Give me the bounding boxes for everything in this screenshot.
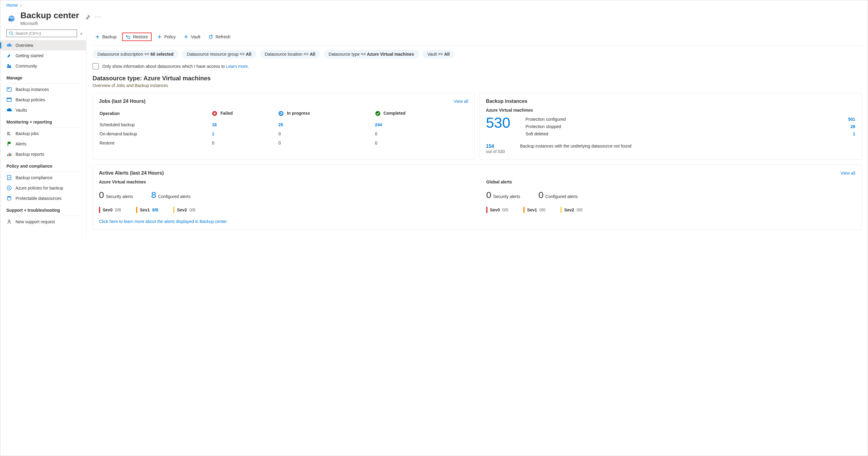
filter-vault[interactable]: Vault == All xyxy=(423,50,455,58)
col-operation: Operation xyxy=(99,108,211,120)
restore-undo-icon xyxy=(126,34,131,39)
col-inprogress: In progress xyxy=(278,108,374,120)
jobs-value-link[interactable]: 18 xyxy=(212,122,217,127)
security-alerts-count: 0Security alerts xyxy=(99,190,133,200)
policy-button[interactable]: Policy xyxy=(155,33,178,41)
jobs-value-link[interactable]: 1 xyxy=(212,131,214,136)
people-icon xyxy=(6,63,12,69)
nav-label: Community xyxy=(16,64,37,68)
nav-protectable-datasources[interactable]: Protectable datasources xyxy=(0,193,86,203)
search-input[interactable] xyxy=(6,30,77,37)
alerts-col-global: Global alerts 0Security alerts 0Configur… xyxy=(486,180,855,213)
alerts-card-title: Active Alerts (last 24 Hours) xyxy=(99,170,164,176)
nav-label: Backup jobs xyxy=(16,131,39,136)
sev1-link[interactable]: 8/8 xyxy=(152,207,158,212)
filter-resource-group[interactable]: Datasource resource group == All xyxy=(182,50,256,58)
jobs-icon xyxy=(6,131,12,136)
nav-backup-compliance[interactable]: Backup compliance xyxy=(0,172,86,183)
instances-icon xyxy=(6,87,12,92)
svg-rect-7 xyxy=(7,88,11,91)
toolbar: Backup Restore Policy Vault Refresh xyxy=(93,30,862,45)
instances-notfound-of: out of 530 xyxy=(486,149,505,154)
nav-label: Backup reports xyxy=(16,152,44,157)
toolbar-label: Vault xyxy=(191,34,200,39)
nav-azure-policies[interactable]: Azure policies for backup xyxy=(0,183,86,193)
plus-icon xyxy=(157,34,162,39)
nav-label: Azure policies for backup xyxy=(16,186,63,190)
filter-datasource-type[interactable]: Datasource type == Azure Virtual machine… xyxy=(323,50,419,58)
jobs-value-link[interactable]: 244 xyxy=(375,122,382,127)
svg-rect-10 xyxy=(7,98,11,99)
configured-alerts-link[interactable]: 8 xyxy=(151,190,156,200)
restore-button[interactable]: Restore xyxy=(122,33,152,41)
filter-location[interactable]: Datasource location == All xyxy=(260,50,320,58)
backup-button[interactable]: Backup xyxy=(93,33,119,41)
more-icon[interactable]: ··· xyxy=(95,14,101,20)
nav-vaults[interactable]: Vaults xyxy=(0,105,86,115)
filter-subscription[interactable]: Datasource subscription == 60 selected xyxy=(93,50,178,58)
jobs-value: 0 xyxy=(212,140,214,145)
nav-backup-instances[interactable]: Backup instances xyxy=(0,84,86,95)
datasource-title: Datasource type: Azure Virtual machines xyxy=(93,75,862,83)
nav-backup-reports[interactable]: Backup reports xyxy=(0,149,86,159)
nav-overview[interactable]: Overview xyxy=(0,40,86,51)
policy-icon xyxy=(6,185,12,191)
completed-icon xyxy=(375,111,380,116)
breadcrumb: Home › xyxy=(0,0,868,9)
jobs-value: 0 xyxy=(375,140,377,145)
access-checkbox[interactable] xyxy=(93,63,99,69)
configured-alerts-count: 8Configured alerts xyxy=(151,190,190,200)
inst-stat-row: Protection stopped 28 xyxy=(526,123,855,130)
instances-notfound-count[interactable]: 154 xyxy=(486,143,505,149)
svg-point-5 xyxy=(9,65,11,67)
nav-backup-policies[interactable]: Backup policies xyxy=(0,95,86,105)
configured-alerts-count: 0Configured alerts xyxy=(538,190,578,200)
alerts-col-heading: Azure Virtual machines xyxy=(99,180,468,190)
page-title: Backup center xyxy=(21,11,79,21)
nav-label: Vaults xyxy=(16,108,27,112)
svg-point-2 xyxy=(9,32,12,34)
breadcrumb-home[interactable]: Home xyxy=(6,3,18,8)
svg-line-3 xyxy=(12,34,13,35)
alerts-view-all-link[interactable]: View all xyxy=(841,171,855,175)
inst-stat-value[interactable]: 28 xyxy=(850,124,855,129)
vault-button[interactable]: Vault xyxy=(181,33,203,41)
inst-stat-value[interactable]: 1 xyxy=(853,131,855,136)
vault-icon xyxy=(6,107,12,113)
learn-more-link[interactable]: Learn more xyxy=(226,64,248,69)
pin-icon[interactable] xyxy=(85,14,90,20)
instances-total[interactable]: 530 xyxy=(486,116,510,137)
datasource-subtitle: Overview of Jobs and Backup instances xyxy=(93,83,862,93)
filter-bar: Datasource subscription == 60 selected D… xyxy=(93,45,862,61)
page-subtitle: Microsoft xyxy=(21,21,79,26)
alerts-learn-more-link[interactable]: Click here to learn more about the alert… xyxy=(99,213,855,224)
svg-point-22 xyxy=(7,196,11,197)
jobs-value: 0 xyxy=(278,131,281,136)
inst-stat-value[interactable]: 501 xyxy=(848,117,855,122)
nav-label: Backup policies xyxy=(16,97,45,102)
nav-backup-jobs[interactable]: Backup jobs xyxy=(0,128,86,139)
jobs-row: Restore 0 0 0 xyxy=(99,139,468,147)
jobs-row: Scheduled backup 18 25 244 xyxy=(99,121,468,129)
alert-flag-icon xyxy=(6,141,12,146)
svg-rect-8 xyxy=(8,88,9,89)
jobs-view-all-link[interactable]: View all xyxy=(454,99,468,104)
rocket-icon xyxy=(6,53,12,58)
nav-getting-started[interactable]: Getting started xyxy=(0,51,86,61)
database-icon xyxy=(6,196,12,201)
chevron-right-icon: › xyxy=(20,3,22,8)
nav-alerts[interactable]: Alerts xyxy=(0,139,86,149)
sev0: Sev00/8 xyxy=(99,207,121,213)
sev1: Sev10/0 xyxy=(523,207,545,213)
collapse-sidebar-icon[interactable]: « xyxy=(80,31,83,36)
refresh-icon xyxy=(208,34,213,39)
nav-label: Protectable datasources xyxy=(16,196,62,201)
jobs-card: Jobs (last 24 Hours) View all Operation … xyxy=(93,93,475,160)
svg-point-23 xyxy=(8,220,10,222)
nav-community[interactable]: Community xyxy=(0,61,86,71)
nav-new-support-request[interactable]: New support request xyxy=(0,217,86,227)
sev2: Sev20/0 xyxy=(560,207,582,213)
jobs-value-link[interactable]: 25 xyxy=(278,122,283,127)
refresh-button[interactable]: Refresh xyxy=(206,33,233,41)
sev2: Sev20/8 xyxy=(173,207,195,213)
